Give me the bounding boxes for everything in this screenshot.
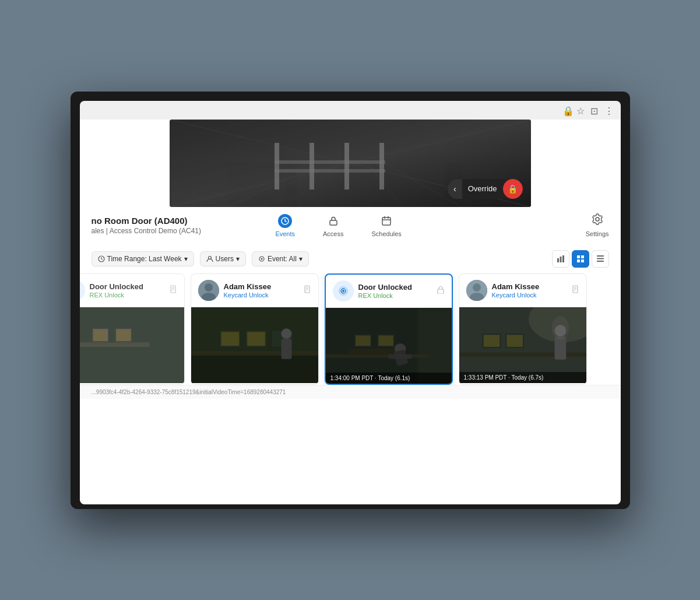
event-2-info: Adam Kissee Keycard Unlock <box>224 282 298 299</box>
svg-rect-30 <box>577 259 580 262</box>
svg-rect-48 <box>116 329 131 341</box>
svg-rect-11 <box>344 143 349 190</box>
event-3-info: Door Unlocked REX Unlock <box>358 283 432 299</box>
access-icon <box>326 214 340 228</box>
list-view-button[interactable] <box>592 250 609 268</box>
event-1-action <box>169 285 177 295</box>
svg-rect-85 <box>389 354 411 359</box>
events-icon <box>278 214 292 228</box>
svg-rect-76 <box>419 311 450 380</box>
svg-rect-68 <box>281 339 291 359</box>
event-3-subtype: REX Unlock <box>358 292 432 299</box>
event-card-3[interactable]: Door Unlocked REX Unlock <box>325 273 453 385</box>
event-card-1[interactable]: Door Unlocked REX Unlock <box>80 273 185 385</box>
event-2-avatar <box>198 280 219 301</box>
svg-rect-13 <box>275 160 385 164</box>
svg-rect-10 <box>309 143 314 190</box>
tab-schedules-label: Schedules <box>372 230 402 237</box>
svg-rect-100 <box>506 335 523 347</box>
event-card-1-header: Door Unlocked REX Unlock <box>80 274 184 307</box>
camera-feed: ‹ Override 🔒 <box>170 120 531 207</box>
svg-rect-31 <box>581 259 584 262</box>
nav-tabs: Events Access Schedules <box>270 212 406 240</box>
svg-rect-25 <box>557 258 559 262</box>
svg-point-67 <box>281 328 291 339</box>
svg-rect-16 <box>330 220 337 225</box>
event-chevron: ▾ <box>299 255 302 263</box>
settings-label: Settings <box>586 230 609 237</box>
camera-feed-wrap: ‹ Override 🔒 <box>80 120 621 207</box>
time-range-label: Time Range: Last Week <box>107 255 182 263</box>
tab-events-label: Events <box>275 230 295 237</box>
door-name: no Room Door (AD400) <box>92 216 271 226</box>
svg-rect-102 <box>554 336 566 360</box>
event-3-icon <box>333 280 354 301</box>
schedules-icon <box>379 214 393 228</box>
event-1-icon <box>80 280 85 301</box>
event-4-timestamp: 1:33:13 PM PDT · Today (6.7s) <box>459 372 586 383</box>
monitor: 🔒 ☆ ⊡ ⋮ <box>71 92 630 509</box>
svg-rect-17 <box>382 217 391 225</box>
bottom-bar: ...9903fc4-4f2b-4264-9332-75c8f151219&in… <box>80 385 621 399</box>
override-lock-button[interactable]: 🔒 <box>503 179 523 199</box>
svg-rect-96 <box>459 352 586 356</box>
event-1-subtype: REX Unlock <box>90 292 164 299</box>
event-4-action <box>571 285 579 295</box>
svg-rect-61 <box>191 350 318 355</box>
event-3-thumbnail: 1:34:00 PM PDT · Today (6.1s) <box>326 308 452 384</box>
settings-icon <box>592 213 603 228</box>
svg-point-87 <box>473 283 481 292</box>
grid-view-button[interactable] <box>572 250 589 268</box>
settings-button[interactable]: Settings <box>586 213 609 237</box>
event-card-2[interactable]: Adam Kissee Keycard Unlock <box>191 273 319 385</box>
svg-rect-81 <box>356 335 371 346</box>
svg-point-71 <box>342 290 344 292</box>
event-3-type: Door Unlocked <box>358 283 432 292</box>
override-button-group[interactable]: ‹ Override 🔒 <box>448 179 523 199</box>
users-chevron: ▾ <box>236 255 240 263</box>
event-4-info: Adam Kissee Keycard Unlock <box>492 282 567 299</box>
event-card-4[interactable]: Adam Kissee Keycard Unlock <box>459 273 587 385</box>
override-label: Override <box>462 184 503 193</box>
event-1-type: Door Unlocked <box>90 282 164 291</box>
event-card-2-header: Adam Kissee Keycard Unlock <box>191 274 318 307</box>
svg-rect-47 <box>93 329 108 341</box>
events-grid: Door Unlocked REX Unlock <box>80 273 621 385</box>
svg-rect-28 <box>577 255 580 258</box>
users-filter[interactable]: Users ▾ <box>200 251 246 266</box>
bottom-bar-text: ...9903fc4-4f2b-4264-9332-75c8f151219&in… <box>92 389 286 395</box>
event-4-thumbnail: 1:33:13 PM PDT · Today (6.7s) <box>459 307 586 383</box>
tab-schedules[interactable]: Schedules <box>367 212 406 240</box>
more-icon: ⋮ <box>604 106 614 115</box>
svg-rect-9 <box>275 143 279 190</box>
svg-rect-33 <box>597 258 604 259</box>
clock-icon <box>98 255 105 262</box>
override-back-button[interactable]: ‹ <box>448 179 462 199</box>
bar-chart-view-button[interactable] <box>552 250 569 268</box>
svg-point-23 <box>261 258 262 259</box>
event-filter[interactable]: Event: All ▾ <box>252 251 309 266</box>
tab-events[interactable]: Events <box>270 212 300 240</box>
svg-rect-72 <box>438 289 444 294</box>
app-container: ‹ Override 🔒 no Room Door (AD400) ales |… <box>80 120 621 504</box>
time-range-filter[interactable]: Time Range: Last Week ▾ <box>92 251 194 266</box>
svg-rect-65 <box>221 332 239 346</box>
svg-rect-14 <box>275 169 385 173</box>
user-icon <box>206 255 213 262</box>
svg-rect-34 <box>597 261 604 262</box>
event-4-avatar <box>466 280 487 301</box>
door-sub: ales | Access Control Demo (AC41) <box>92 227 271 235</box>
event-filter-icon <box>258 255 265 262</box>
tab-access[interactable]: Access <box>318 212 348 240</box>
full-header: no Room Door (AD400) ales | Access Contr… <box>80 212 621 244</box>
event-2-action <box>303 285 311 295</box>
users-label: Users <box>216 255 234 263</box>
svg-rect-66 <box>247 332 265 346</box>
event-2-thumbnail <box>191 307 318 383</box>
svg-rect-29 <box>581 255 584 258</box>
event-2-type: Adam Kissee <box>224 282 298 291</box>
event-1-thumbnail <box>80 307 184 383</box>
svg-rect-60 <box>191 353 318 383</box>
time-range-chevron: ▾ <box>184 255 188 263</box>
header-left: no Room Door (AD400) ales | Access Contr… <box>92 216 271 235</box>
